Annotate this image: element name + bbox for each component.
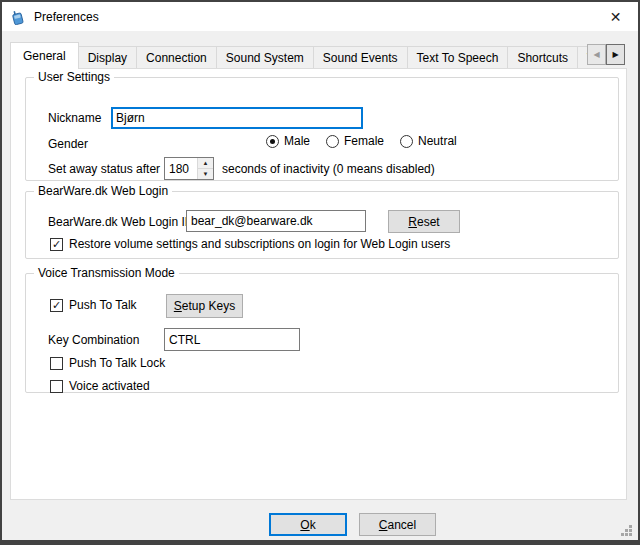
close-icon[interactable]: ✕ [593,2,638,31]
tab-shortcuts[interactable]: Shortcuts [507,46,578,69]
resize-grip[interactable] [622,526,632,536]
web-login-group: BearWare.dk Web Login BearWare.dk Web Lo… [25,191,619,259]
web-login-id-input[interactable] [186,210,366,232]
tab-sound-system[interactable]: Sound System [216,46,314,69]
gender-female-label: Female [344,134,384,148]
tab-general[interactable]: General [10,42,79,69]
tab-display[interactable]: Display [78,46,137,69]
voice-transmission-group: Voice Transmission Mode ✓ Push To Talk S… [25,273,619,393]
teamtalk-app-icon [10,9,26,25]
window-title: Preferences [34,10,99,24]
general-tab-page: User Settings Nickname Gender Male Femal… [10,68,627,500]
push-to-talk-checkbox-row[interactable]: ✓ Push To Talk [50,298,137,312]
tab-scroll-left-icon[interactable]: ◀ [587,44,606,65]
gender-option-neutral[interactable]: Neutral [400,134,457,148]
web-login-group-title: BearWare.dk Web Login [34,184,172,198]
tab-sound-events[interactable]: Sound Events [313,46,408,69]
tab-text-to-speech[interactable]: Text To Speech [407,46,509,69]
nickname-input[interactable] [111,107,363,129]
gender-label: Gender [48,137,88,151]
ok-button[interactable]: Ok [269,513,347,536]
key-combination-input[interactable] [164,328,300,351]
restore-volume-checkbox-row[interactable]: ✓ Restore volume settings and subscripti… [50,237,450,251]
spin-up-icon[interactable]: ▲ [198,158,213,168]
cancel-button[interactable]: Cancel [359,513,436,536]
preferences-dialog: Preferences ✕ General Display Connection… [0,0,640,545]
setup-keys-button[interactable]: Setup Keys [166,294,243,318]
user-settings-group-title: User Settings [34,70,114,84]
away-status-label: Set away status after [48,162,160,176]
key-combination-label: Key Combination [48,333,139,347]
away-seconds-spinner[interactable]: 180 ▲ ▼ [164,157,214,180]
nickname-label: Nickname [48,111,101,125]
push-to-talk-lock-checkbox[interactable] [50,357,63,370]
push-to-talk-lock-label: Push To Talk Lock [69,356,165,370]
preferences-tabstrip: General Display Connection Sound System … [10,42,588,69]
radio-neutral-icon[interactable] [400,135,413,148]
push-to-talk-label: Push To Talk [69,298,137,312]
radio-male-icon[interactable] [266,135,279,148]
title-bar: Preferences ✕ [2,2,638,31]
checkmark-icon: ✓ [52,239,61,250]
voice-transmission-group-title: Voice Transmission Mode [34,266,179,280]
spinner-arrows: ▲ ▼ [197,158,213,179]
tab-scroll-right-icon[interactable]: ▶ [606,44,625,65]
restore-volume-checkbox[interactable]: ✓ [50,238,63,251]
user-settings-group: User Settings Nickname Gender Male Femal… [25,77,619,181]
tab-connection[interactable]: Connection [136,46,217,69]
gender-option-male[interactable]: Male [266,134,310,148]
web-login-id-label: BearWare.dk Web Login ID [48,215,193,229]
dialog-footer: Ok Cancel [2,500,638,540]
gender-option-female[interactable]: Female [326,134,384,148]
voice-activated-label: Voice activated [69,379,150,393]
voice-activated-checkbox[interactable] [50,380,63,393]
reset-button[interactable]: Reset [388,210,460,233]
spin-down-icon[interactable]: ▼ [198,168,213,179]
radio-female-icon[interactable] [326,135,339,148]
gender-male-label: Male [284,134,310,148]
push-to-talk-checkbox[interactable]: ✓ [50,299,63,312]
restore-volume-label: Restore volume settings and subscription… [69,237,450,251]
gender-radio-group: Male Female Neutral [266,134,457,148]
gender-neutral-label: Neutral [418,134,457,148]
checkmark-icon: ✓ [52,300,61,311]
push-to-talk-lock-checkbox-row[interactable]: Push To Talk Lock [50,356,165,370]
away-status-suffix-label: seconds of inactivity (0 means disabled) [222,162,435,176]
away-seconds-value[interactable]: 180 [165,158,197,179]
voice-activated-checkbox-row[interactable]: Voice activated [50,379,150,393]
